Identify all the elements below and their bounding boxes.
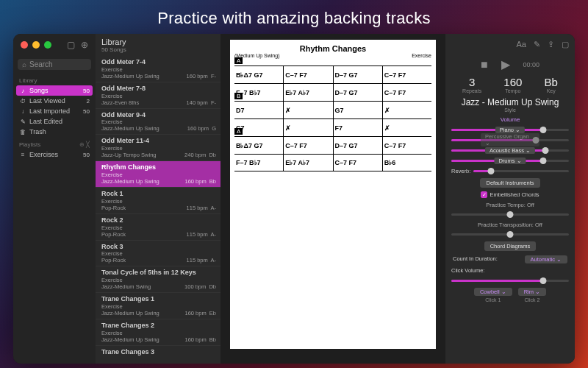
song-title: Trane Changes 2 <box>101 322 216 330</box>
tempo-control[interactable]: 160Tempo <box>503 76 522 93</box>
chart-cell: ✗ <box>383 102 431 118</box>
chart-cell: D–7 G7 <box>334 84 383 101</box>
song-tempo-key: 115 bpm A- <box>187 231 216 238</box>
repeats-control[interactable]: 3Repeats <box>462 76 481 93</box>
nav-label: Songs <box>29 87 49 94</box>
style-control[interactable]: Jazz - Medium Up SwingStyle <box>445 95 575 115</box>
embellished-checkbox[interactable]: ✓Embellished Chords <box>445 190 575 199</box>
song-row[interactable]: Trane Changes 1ExerciseJazz-Medium Up Sw… <box>96 293 220 319</box>
song-row[interactable]: Odd Meter 9-4ExerciseJazz-Medium Up Swin… <box>96 109 220 135</box>
song-row[interactable]: Tonal Cycle of 5ths in 12 KeysExerciseJa… <box>96 266 220 293</box>
track-label[interactable]: Drums ⌄ <box>494 158 526 164</box>
song-row[interactable]: Rock 2ExercisePop-Rock115 bpm A- <box>96 214 220 241</box>
click-volume-label: Click Volume: <box>451 266 569 275</box>
share-icon[interactable]: ⇪ <box>548 40 554 49</box>
banner-text: Practice with amazing backing tracks <box>0 0 588 34</box>
song-row[interactable]: Odd Meter 11-4ExerciseJazz-Up Tempo Swin… <box>96 135 220 161</box>
nav-icon: ♪ <box>19 87 26 94</box>
sidebar-item-trash[interactable]: 🗑Trash <box>13 127 96 137</box>
song-row[interactable]: Rock 3ExercisePop-Rock115 bpm A- <box>96 241 220 267</box>
min-dot[interactable] <box>32 41 40 49</box>
chart-cell: D–7 G7 <box>334 66 383 83</box>
practice-tempo-slider[interactable] <box>451 209 569 219</box>
track-label[interactable]: Acoustic Bass ⌄ <box>485 147 535 154</box>
chart-row: D7✗G7✗ <box>234 101 431 118</box>
track-label[interactable]: Piano ⌄ <box>495 127 525 133</box>
click-sublabel: Click 2 <box>518 296 546 302</box>
song-row[interactable]: Odd Meter 7-8ExerciseJazz-Even 8ths140 b… <box>96 82 220 109</box>
nav-label: Last Edited <box>29 118 62 125</box>
edit-icon[interactable]: ✎ <box>534 40 540 49</box>
inspector-panel: Aa ✎ ⇪ ▢ ■ ▶ 00:00 3Repeats 160Tempo BbK… <box>445 34 575 364</box>
close-dot[interactable] <box>21 41 28 49</box>
font-size-button[interactable]: Aa <box>517 40 526 49</box>
track-slider-percussive-organ[interactable]: Percussive Organ ⌄ <box>451 135 569 145</box>
search-input[interactable]: ⌕ Search <box>18 59 91 70</box>
chart-cell: ✗ <box>383 119 431 136</box>
chord-diagrams-button[interactable]: Chord Diagrams <box>484 241 537 251</box>
time-display: 00:00 <box>523 61 540 68</box>
sidebar-item-songs[interactable]: ♪Songs50 <box>16 85 93 96</box>
song-title: Odd Meter 9-4 <box>101 111 216 119</box>
practice-tempo-label[interactable]: Practice Tempo: Off <box>445 199 575 209</box>
playlist-icon: ≡ <box>19 151 26 158</box>
sidebar-toggle-icon[interactable]: ▢ <box>67 40 75 50</box>
stop-button[interactable]: ■ <box>481 58 488 71</box>
sidebar-item-last-viewed[interactable]: ⏱Last Viewed2 <box>13 96 96 106</box>
practice-transposition-label[interactable]: Practice Transposition: Off <box>445 219 575 229</box>
nav-label: Last Viewed <box>29 97 65 105</box>
song-row[interactable]: Trane Changes 3 <box>96 346 220 364</box>
transport-controls: ■ ▶ 00:00 <box>445 54 575 74</box>
count-in-select[interactable]: Automatic ⌄ <box>525 255 567 263</box>
key-control[interactable]: BbKey <box>545 76 558 93</box>
song-subtitle: Exercise <box>101 145 216 152</box>
track-slider-acoustic-bass[interactable]: Acoustic Bass ⌄ <box>451 145 569 155</box>
song-title: Rhythm Changes <box>101 163 216 171</box>
library-count: 50 Songs <box>101 46 215 53</box>
song-subtitle: Exercise <box>101 66 216 73</box>
lead-sheet[interactable]: Rhythm Changes (Medium Up Swing) Exercis… <box>230 40 436 349</box>
nav-section-playlists: Playlists ⊕ ╳ <box>13 137 96 149</box>
song-title: Odd Meter 11-4 <box>101 137 216 145</box>
playlist-label: Exercises <box>29 151 58 158</box>
song-row[interactable]: Trane Changes 2ExerciseJazz-Medium Up Sw… <box>96 319 220 346</box>
track-label[interactable]: Percussive Organ ⌄ <box>481 133 539 146</box>
click-select-click-1[interactable]: Cowbell ⌄ <box>474 288 512 296</box>
practice-transposition-slider[interactable] <box>451 229 569 239</box>
panel-toggle-icon[interactable]: ▢ <box>562 40 569 49</box>
chart-cell: D7 <box>234 102 284 118</box>
chart-row: C7✗F7✗ <box>234 118 431 136</box>
playlist-item-exercises[interactable]: ≡Exercises50 <box>13 149 96 160</box>
nav-icon: 🗑 <box>19 128 26 135</box>
nav-count: 50 <box>83 108 90 115</box>
song-genre: Pop-Rock <box>101 231 126 238</box>
nav-icon: ↓ <box>19 107 26 115</box>
track-slider-drums[interactable]: Drums ⌄ <box>451 155 569 166</box>
reverb-slider[interactable]: Reverb: <box>451 166 569 176</box>
song-subtitle: Exercise <box>101 250 216 257</box>
sidebar-item-last-edited[interactable]: ✎Last Edited <box>13 116 96 127</box>
chart-row: F–7 B♭7E♭7 A♭7D–7 G7C–7 F7 <box>234 83 431 101</box>
playlist-count: 50 <box>83 152 90 158</box>
max-dot[interactable] <box>44 41 51 49</box>
default-instruments-button[interactable]: Default Instruments <box>480 178 539 188</box>
nav-count: 50 <box>83 88 90 94</box>
click-select-click-2[interactable]: Rim ⌄ <box>518 288 546 296</box>
library-header: Library 50 Songs <box>96 34 220 56</box>
song-tempo-key: 140 bpm F- <box>187 99 216 106</box>
song-row[interactable]: Rhythm ChangesExerciseJazz-Medium Up Swi… <box>96 161 220 188</box>
app-window: ▢ ⊕ ⌕ Search Library ♪Songs50⏱Last Viewe… <box>13 34 575 364</box>
play-button[interactable]: ▶ <box>501 57 510 71</box>
song-title: Odd Meter 7-8 <box>101 85 216 93</box>
song-subtitle: Exercise <box>101 118 216 125</box>
click-volume-slider[interactable] <box>451 275 569 286</box>
song-row[interactable]: Rock 1ExercisePop-Rock115 bpm A- <box>96 188 220 214</box>
sidebar-item-last-imported[interactable]: ↓Last Imported50 <box>13 106 96 116</box>
chart-area: Rhythm Changes (Medium Up Swing) Exercis… <box>220 34 445 364</box>
chart-cell: G7 <box>334 102 383 118</box>
song-tempo-key: 115 bpm A- <box>187 205 216 211</box>
globe-icon[interactable]: ⊕ <box>81 40 88 50</box>
song-title: Rock 1 <box>101 190 216 198</box>
song-tempo-key: 160 bpm Eb <box>184 310 216 316</box>
song-row[interactable]: Odd Meter 7-4ExerciseJazz-Medium Up Swin… <box>96 56 220 82</box>
